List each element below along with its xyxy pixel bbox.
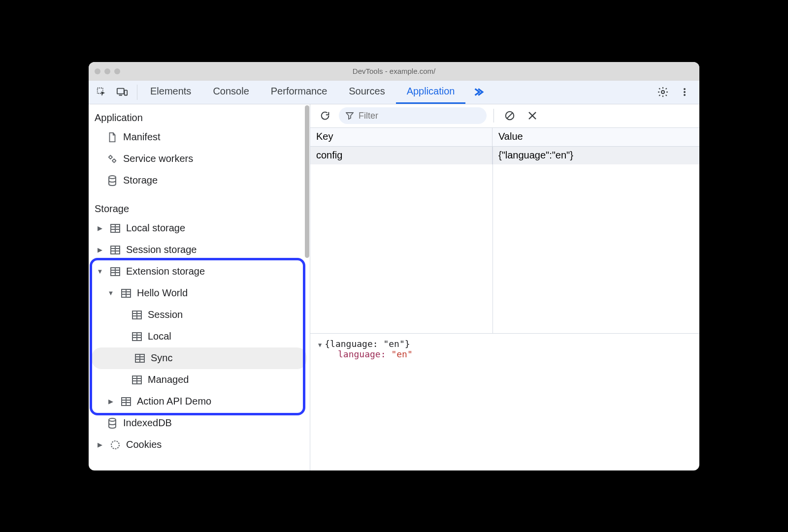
sidebar-item-extension-storage[interactable]: ▼ Extension storage xyxy=(89,261,310,282)
svg-point-4 xyxy=(661,91,664,94)
table-icon xyxy=(134,354,146,363)
table-icon xyxy=(131,311,143,319)
sidebar-item-manifest[interactable]: Manifest xyxy=(89,126,310,148)
column-key[interactable]: Key xyxy=(310,128,492,146)
sidebar-item-service-workers[interactable]: Service workers xyxy=(89,148,310,170)
sidebar-item-cookies[interactable]: ▶ Cookies xyxy=(89,434,310,456)
gears-icon xyxy=(106,154,118,164)
sidebar-item-local[interactable]: Local xyxy=(89,326,310,347)
svg-point-9 xyxy=(113,159,116,162)
cookie-icon xyxy=(109,440,121,450)
sidebar-item-sync[interactable]: Sync xyxy=(92,347,307,369)
traffic-max[interactable] xyxy=(114,68,120,74)
svg-point-5 xyxy=(684,88,686,90)
svg-point-47 xyxy=(109,418,116,421)
filter-icon xyxy=(346,112,354,120)
svg-point-6 xyxy=(684,91,686,93)
titlebar: DevTools - example.com/ xyxy=(89,62,699,81)
chevron-right-icon: ▶ xyxy=(106,398,115,405)
device-toggle-icon[interactable] xyxy=(113,83,131,101)
table-row[interactable]: config {"language":"en"} xyxy=(310,147,699,164)
panel-tabs: Elements Console Performance Sources App… xyxy=(139,81,465,104)
chevron-right-icon: ▶ xyxy=(96,224,104,232)
sidebar-item-session[interactable]: Session xyxy=(89,304,310,326)
svg-line-50 xyxy=(507,113,513,119)
filter-text[interactable] xyxy=(359,111,480,121)
traffic-min[interactable] xyxy=(104,68,110,74)
traffic-close[interactable] xyxy=(95,68,100,74)
chevron-right-icon: ▶ xyxy=(96,246,104,253)
sidebar-item-local-storage[interactable]: ▶ Local storage xyxy=(89,218,310,239)
table-icon xyxy=(131,376,143,384)
chevron-right-icon: ▶ xyxy=(96,441,104,448)
main-toolbar: Elements Console Performance Sources App… xyxy=(89,81,699,104)
chevron-down-icon: ▼ xyxy=(96,268,104,275)
close-icon[interactable] xyxy=(524,107,541,125)
table-icon xyxy=(109,246,121,254)
sidebar: Application Manifest Service workers Sto… xyxy=(89,104,310,470)
kebab-icon[interactable] xyxy=(676,83,693,101)
tab-sources[interactable]: Sources xyxy=(338,81,395,104)
cell-key: config xyxy=(310,147,492,164)
sidebar-item-action-api-demo[interactable]: ▶ Action API Demo xyxy=(89,391,310,412)
svg-rect-1 xyxy=(117,89,124,94)
svg-point-10 xyxy=(109,176,116,179)
devtools-window: DevTools - example.com/ Elements Console xyxy=(89,62,699,470)
svg-point-8 xyxy=(109,156,112,158)
table-icon xyxy=(120,289,132,298)
table-icon xyxy=(109,267,121,276)
sidebar-item-session-storage[interactable]: ▶ Session storage xyxy=(89,239,310,261)
tab-console[interactable]: Console xyxy=(202,81,260,104)
cell-value: {"language":"en"} xyxy=(492,150,699,161)
table-icon xyxy=(109,224,121,233)
tab-elements[interactable]: Elements xyxy=(139,81,202,104)
column-value[interactable]: Value xyxy=(492,128,699,146)
file-icon xyxy=(106,132,118,143)
clear-all-icon[interactable] xyxy=(501,107,519,125)
tab-performance[interactable]: Performance xyxy=(260,81,338,104)
window-title: DevTools - example.com/ xyxy=(89,67,699,75)
table-header: Key Value xyxy=(310,128,699,147)
inspect-icon[interactable] xyxy=(93,83,110,101)
section-storage: Storage xyxy=(89,198,310,218)
section-application: Application xyxy=(89,107,310,126)
chevron-down-icon[interactable]: ▼ xyxy=(318,342,322,348)
chevron-down-icon: ▼ xyxy=(106,289,115,297)
svg-point-48 xyxy=(111,441,119,449)
refresh-icon[interactable] xyxy=(316,107,334,125)
sidebar-item-storage[interactable]: Storage xyxy=(89,170,310,191)
table-icon xyxy=(120,397,132,406)
sidebar-item-hello-world[interactable]: ▼ Hello World xyxy=(89,282,310,304)
table-icon xyxy=(131,332,143,341)
more-tabs-icon[interactable] xyxy=(465,81,490,104)
svg-rect-3 xyxy=(125,90,128,95)
table-body: config {"language":"en"} xyxy=(310,147,699,334)
sidebar-item-indexeddb[interactable]: IndexedDB xyxy=(89,412,310,434)
gear-icon[interactable] xyxy=(654,83,672,101)
db-icon xyxy=(106,175,118,186)
content-panel: Key Value config {"language":"en"} ▼{lan… xyxy=(310,104,699,470)
sidebar-item-managed[interactable]: Managed xyxy=(89,369,310,391)
filter-input[interactable] xyxy=(339,107,487,124)
value-preview: ▼{language: "en"} language: "en" xyxy=(310,334,699,470)
db-icon xyxy=(106,418,118,429)
tab-application[interactable]: Application xyxy=(396,81,466,104)
svg-point-7 xyxy=(684,94,686,96)
